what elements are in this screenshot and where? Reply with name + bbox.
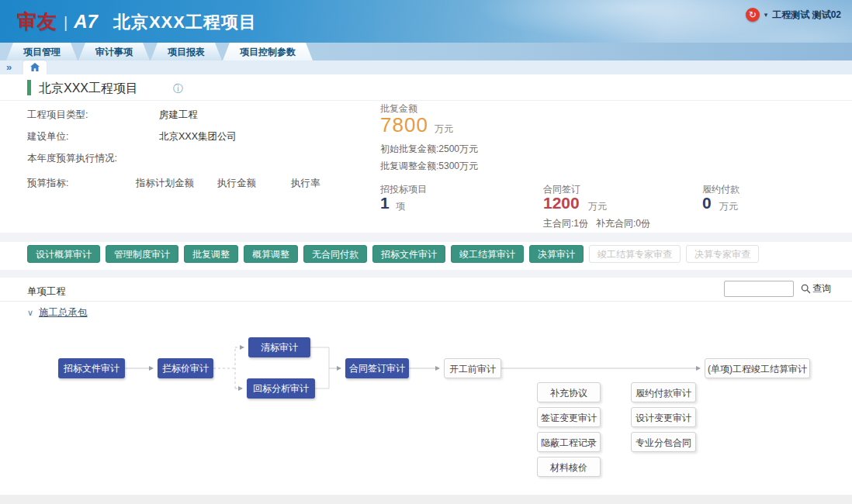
flow-supplementary-agreement[interactable]: 补充协议 [537,382,601,402]
action-final-account-expert-review: 决算专家审查 [686,245,759,263]
nav-tab-bar: 项目管理 审计事项 项目报表 项目控制参数 [0,43,852,60]
group-link-label: 施工总承包 [39,306,88,319]
action-management-system-audit[interactable]: 管理制度审计 [106,245,178,263]
flow-pre-construction-audit[interactable]: 开工前审计 [444,358,501,378]
flow-bid-clearing-audit[interactable]: 清标审计 [248,337,310,357]
flow-bid-return-analysis-audit[interactable]: 回标分析审计 [247,378,315,399]
contract-detail-supplement: 补充合同:0份 [596,217,650,230]
action-final-account-audit[interactable]: 决算审计 [529,245,584,263]
flow-material-price-verification[interactable]: 材料核价 [537,457,601,477]
search-button[interactable]: 查询 [801,282,831,295]
app-window: 审友 | A7 北京XXX工程项目 ↻ ▾ 工程测试 测试02 项目管理 审计事… [0,0,852,504]
budget-row-label: 预算指标: [27,177,68,190]
brand-area: 审友 | A7 北京XXX工程项目 [17,9,257,34]
title-accent-bar [27,80,31,95]
project-title-row: 北京XXX工程项目 ⓘ [0,74,852,101]
expand-icon[interactable]: » [6,61,12,73]
flow-unit-completion-settlement-audit[interactable]: (单项)工程竣工结算审计 [705,358,810,378]
contract-detail-main: 主合同:1份 [543,217,588,230]
home-icon [30,63,40,71]
action-bid-document-audit[interactable]: 招标文件审计 [372,245,445,263]
contract-value: 1200 [543,194,580,212]
section-divider [0,233,852,242]
budget-col-executed-amount: 执行金额 [217,177,256,190]
action-no-contract-payment[interactable]: 无合同付款 [303,245,367,263]
user-area: ↻ ▾ 工程测试 测试02 [746,8,841,22]
product-name: A7 [74,11,98,33]
action-estimate-adjustment[interactable]: 概算调整 [244,245,298,263]
tab-project-management[interactable]: 项目管理 [6,43,78,60]
flow-design-change-audit[interactable]: 设计变更审计 [631,407,696,427]
audit-action-bar: 设计概算审计 管理制度审计 批复调整 概算调整 无合同付款 招标文件审计 竣工结… [27,245,759,263]
tab-audit-matters[interactable]: 审计事项 [78,43,150,60]
tab-project-control-params[interactable]: 项目控制参数 [223,43,313,60]
user-name: 工程测试 测试02 [772,9,841,22]
flow-contract-signing-audit[interactable]: 合同签订审计 [345,358,409,378]
initial-approved-line: 初始批复金额:2500万元 [380,143,478,156]
app-header: 审友 | A7 北京XXX工程项目 ↻ ▾ 工程测试 测试02 [0,0,852,43]
flow-specialty-subcontract[interactable]: 专业分包合同 [631,432,696,452]
field-label-budget-execution: 本年度预算执行情况: [27,152,117,165]
bidding-value: 1 [380,194,390,212]
logo-separator: | [64,14,68,32]
main-content: 北京XXX工程项目 ⓘ 工程项目类型: 房建工程 建设单位: 北京XXX集团公司… [0,74,852,495]
flow-performance-payment-audit[interactable]: 履约付款审计 [631,382,696,402]
section-divider [0,270,852,278]
field-label-construction-unit: 建设单位: [27,130,68,143]
flow-bid-ceiling-price-audit[interactable]: 拦标价审计 [158,358,213,378]
payment-unit: 万元 [719,200,738,213]
page-title: 北京XXX工程项目 [39,81,138,97]
search-icon [801,284,811,294]
home-tab[interactable] [23,60,47,74]
action-design-estimate-audit[interactable]: 设计概算审计 [27,245,100,263]
header-project-title: 北京XXX工程项目 [113,11,257,34]
page-footer [0,495,852,504]
group-general-contracting[interactable]: ∨ 施工总承包 [27,306,88,319]
approved-amount-unit: 万元 [435,123,453,136]
breadcrumb-row: » [0,60,852,74]
flow-hidden-works-record[interactable]: 隐蔽工程记录 [537,432,601,452]
flow-bid-document-audit[interactable]: 招标文件审计 [58,358,125,378]
approved-amount-value: 7800 [380,113,428,137]
caret-down-icon[interactable]: ▾ [764,11,768,19]
flow-connectors [0,322,852,495]
field-value-project-type: 房建工程 [159,109,198,122]
refresh-icon[interactable]: ↻ [746,8,760,22]
budget-col-execution-rate: 执行率 [291,177,320,190]
info-icon[interactable]: ⓘ [173,82,183,96]
brand-logo: 审友 [17,9,57,34]
search-button-label: 查询 [812,282,831,295]
flow-visa-change-audit[interactable]: 签证变更审计 [537,407,601,427]
single-project-search-input[interactable] [724,281,794,297]
bidding-unit: 项 [396,200,405,213]
contract-unit: 万元 [588,200,607,213]
field-label-project-type: 工程项目类型: [27,109,88,122]
divider-line [0,301,852,302]
tab-project-reports[interactable]: 项目报表 [151,43,222,60]
payment-value: 0 [702,194,712,212]
adjusted-approved-line: 批复调整金额:5300万元 [380,160,478,173]
action-completion-settlement-expert-review: 竣工结算专家审查 [589,245,681,263]
action-approval-adjustment[interactable]: 批复调整 [184,245,238,263]
budget-col-plan-amount: 指标计划金额 [136,177,194,190]
single-project-label: 单项工程 [27,285,66,299]
audit-flowchart: 招标文件审计 拦标价审计 清标审计 回标分析审计 合同签订审计 开工前审计 (单… [0,322,852,495]
action-completion-settlement-audit[interactable]: 竣工结算审计 [451,245,524,263]
chevron-down-icon: ∨ [27,308,33,318]
field-value-construction-unit: 北京XXX集团公司 [159,130,237,143]
